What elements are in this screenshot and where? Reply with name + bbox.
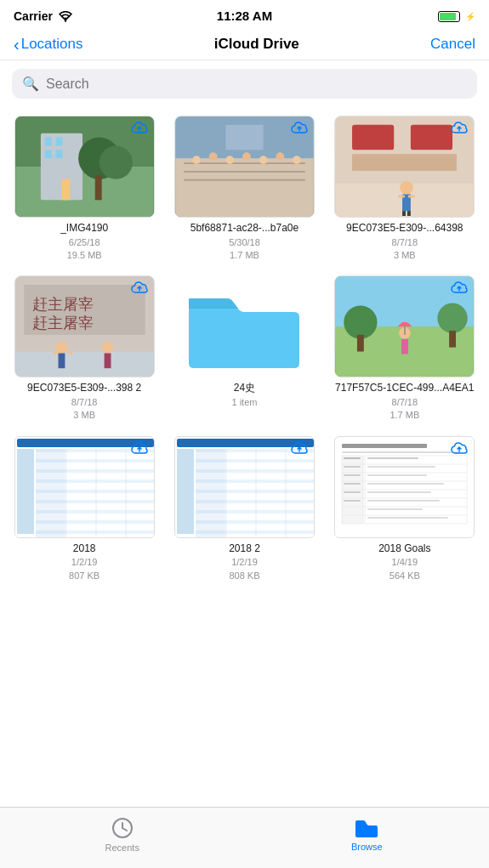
list-item[interactable]: _IMG4190 6/25/18 19.5 MB (9, 116, 160, 262)
svg-rect-4 (44, 138, 51, 146)
folder-tab-icon (354, 817, 379, 839)
file-name: 2018 (73, 542, 96, 556)
files-grid-container: _IMG4190 6/25/18 19.5 MB (0, 107, 489, 667)
svg-rect-14 (184, 162, 305, 164)
file-name: 2018 2 (229, 542, 260, 556)
nav-bar: ‹ Locations iCloud Drive Cancel (0, 31, 489, 60)
file-thumbnail (14, 116, 155, 218)
file-name: 717F57C5-1CEC-499...A4EA1 (335, 382, 474, 395)
list-item[interactable]: 24史 1 item (168, 275, 320, 422)
svg-rect-106 (342, 451, 461, 453)
folder-thumbnail (174, 275, 315, 377)
search-bar[interactable]: 🔍 (12, 69, 477, 99)
svg-rect-118 (367, 474, 427, 476)
tab-recents[interactable]: Recents (0, 816, 245, 859)
svg-point-9 (99, 145, 132, 179)
list-item[interactable]: 2018 Goals 1/4/19 564 KB (329, 436, 480, 582)
svg-rect-127 (344, 483, 361, 485)
file-meta: 6/25/18 19.5 MB (67, 236, 102, 263)
svg-point-18 (209, 152, 218, 161)
file-thumbnail (174, 436, 315, 538)
charging-icon: ⚡ (465, 12, 475, 21)
svg-rect-54 (401, 339, 408, 355)
status-time: 11:28 AM (217, 9, 272, 23)
file-name: 24史 (234, 382, 255, 395)
svg-point-0 (65, 20, 66, 21)
svg-rect-117 (367, 466, 435, 468)
svg-rect-42 (58, 354, 65, 369)
svg-rect-27 (352, 125, 394, 150)
svg-rect-13 (175, 158, 313, 217)
tab-bar: Recents Browse (0, 807, 489, 868)
svg-rect-128 (344, 491, 361, 493)
svg-point-23 (293, 156, 301, 164)
file-thumbnail (334, 436, 475, 538)
svg-rect-15 (184, 171, 305, 173)
file-thumbnail (14, 436, 155, 538)
search-input[interactable] (46, 77, 467, 92)
list-item[interactable]: 2018 1/2/19 807 KB (9, 436, 160, 582)
battery-icon (438, 11, 460, 22)
svg-rect-29 (352, 154, 457, 171)
svg-rect-116 (367, 457, 418, 459)
list-item[interactable]: 赶主屠宰 赶主屠宰 9EC073E5-E309-...398 2 8 (9, 275, 160, 422)
svg-rect-50 (357, 335, 364, 352)
list-item[interactable]: 717F57C5-1CEC-499...A4EA1 8/7/18 1.7 MB (329, 275, 480, 422)
search-icon: 🔍 (22, 76, 39, 92)
list-item[interactable]: 2018 2 1/2/19 808 KB (168, 436, 320, 582)
svg-rect-123 (367, 517, 448, 519)
svg-rect-103 (196, 449, 225, 537)
svg-rect-2 (15, 167, 153, 217)
svg-rect-120 (367, 491, 431, 493)
file-name: 9EC073E5-E309-...398 2 (27, 382, 141, 395)
file-meta: 5/30/18 1.7 MB (229, 236, 260, 263)
clock-icon (111, 816, 134, 840)
svg-rect-33 (408, 195, 415, 197)
file-meta: 1/2/19 807 KB (69, 556, 100, 582)
browse-tab-label: Browse (351, 842, 383, 852)
svg-rect-105 (342, 444, 427, 448)
svg-point-51 (438, 304, 468, 333)
file-meta: 1/2/19 808 KB (229, 556, 259, 582)
page-title: iCloud Drive (214, 36, 299, 53)
svg-rect-129 (344, 500, 361, 502)
list-item[interactable]: 5bf68871-ac28-...b7a0e 5/30/18 1.7 MB (168, 116, 320, 262)
svg-rect-32 (398, 195, 405, 197)
svg-point-17 (192, 156, 201, 164)
svg-text:赶主屠宰: 赶主屠宰 (32, 297, 94, 314)
cloud-upload-icon (450, 281, 469, 296)
file-meta: 1/4/19 564 KB (389, 556, 420, 582)
svg-rect-7 (55, 150, 62, 158)
svg-point-49 (344, 306, 378, 339)
svg-rect-10 (94, 175, 101, 201)
recents-tab-label: Recents (105, 842, 139, 853)
svg-rect-5 (55, 138, 62, 146)
file-name: 2018 Goals (378, 542, 430, 556)
file-thumbnail (174, 116, 315, 218)
file-meta: 8/7/18 3 MB (71, 396, 98, 423)
search-container: 🔍 (0, 60, 489, 107)
svg-point-21 (259, 156, 268, 164)
list-item[interactable]: 9EC073E5-E309-...64398 8/7/18 3 MB (329, 116, 480, 262)
svg-rect-79 (36, 449, 65, 537)
cloud-upload-icon (130, 121, 149, 136)
files-grid: _IMG4190 6/25/18 19.5 MB (0, 107, 489, 591)
cancel-button[interactable]: Cancel (430, 36, 475, 53)
file-meta: 8/7/18 1.7 MB (389, 396, 419, 423)
back-button[interactable]: ‹ Locations (14, 36, 82, 53)
cloud-upload-icon (450, 441, 469, 457)
file-thumbnail: 赶主屠宰 赶主屠宰 (14, 275, 155, 377)
svg-line-132 (122, 828, 127, 831)
svg-point-20 (242, 152, 251, 161)
back-label: Locations (21, 36, 83, 53)
svg-rect-125 (344, 466, 361, 468)
cloud-upload-icon (450, 121, 469, 136)
tab-browse[interactable]: Browse (245, 817, 490, 859)
folder-icon (185, 280, 304, 373)
svg-text:赶主屠宰: 赶主屠宰 (32, 315, 94, 332)
svg-rect-121 (367, 500, 440, 502)
file-thumbnail (334, 275, 475, 377)
file-name: _IMG4190 (60, 222, 108, 235)
svg-rect-119 (367, 483, 444, 485)
cloud-upload-icon (130, 441, 149, 457)
